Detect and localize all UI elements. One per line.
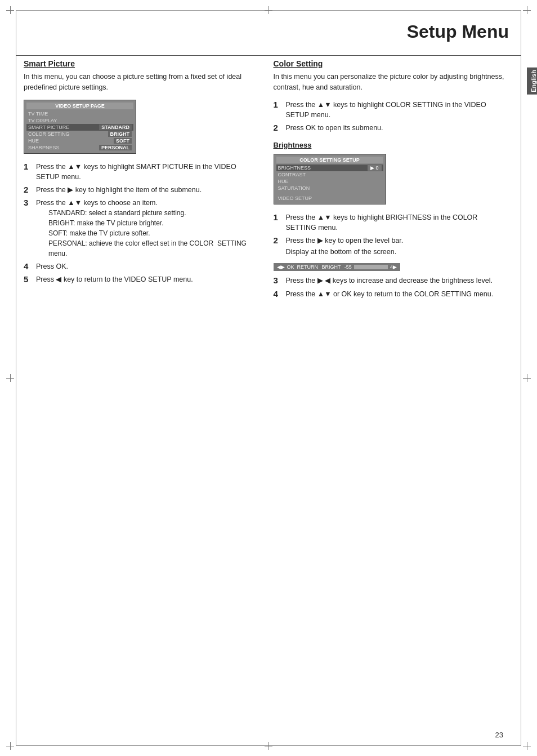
- brightness-step-2: 2 Press the ▶ key to open the level bar.…: [274, 235, 507, 257]
- page-number: 23: [495, 731, 503, 739]
- brightness-title: Brightness: [274, 141, 507, 149]
- smart-picture-steps: 1 Press the ▲▼ keys to highlight SMART P…: [24, 162, 257, 285]
- menu-label-tvtime: TV TIME: [28, 111, 132, 117]
- level-bar: ◀▶ OK RETURN BRIGHT -55 4▶: [274, 263, 400, 271]
- menu-label-smartpicture: SMART PICTURE: [28, 124, 99, 130]
- step-2-text: Press the ▶ key to highlight the item of…: [36, 185, 257, 195]
- smart-picture-title: Smart Picture: [24, 59, 257, 68]
- border-left: [16, 10, 16, 746]
- color-setting-menu-screenshot: COLOR SETTING SETUP BRIGHTNESS ▶ 0 CONTR…: [274, 154, 386, 204]
- step-1-num: 1: [24, 162, 32, 182]
- brightness-step-3: 3 Press the ▶ ◀ keys to increase and dec…: [274, 275, 507, 286]
- brightness-step-4-num: 4: [274, 289, 281, 299]
- color-setting-steps: 1 Press the ▲▼ keys to highlight COLOR S…: [274, 100, 507, 133]
- color-step-2: 2 Press OK to open its submenu.: [274, 123, 507, 133]
- level-bar-note: Display at the bottom of the screen.: [286, 247, 507, 257]
- brightness-step-3-num: 3: [274, 275, 281, 286]
- step-4-text: Press OK.: [36, 261, 257, 272]
- crosshair-top-right: [523, 6, 531, 14]
- menu-value-sharpness: PERSONAL: [99, 145, 132, 150]
- color-menu-label-saturation: SATURATION: [278, 185, 382, 191]
- step-1: 1 Press the ▲▼ keys to highlight SMART P…: [24, 162, 257, 182]
- crosshair-top-left: [6, 6, 14, 14]
- step-5: 5 Press ◀ key to return to the VIDEO SET…: [24, 274, 257, 284]
- brightness-steps-2: 3 Press the ▶ ◀ keys to increase and dec…: [274, 275, 507, 299]
- level-bar-num: 4▶: [390, 264, 397, 270]
- color-step-1: 1 Press the ▲▼ keys to highlight COLOR S…: [274, 100, 507, 120]
- menu-value-smartpicture: STANDARD: [99, 124, 132, 130]
- right-column: Color Setting In this menu you can perso…: [274, 59, 507, 733]
- left-column: Smart Picture In this menu, you can choo…: [24, 59, 257, 733]
- color-menu-row-brightness: BRIGHTNESS ▶ 0: [276, 164, 383, 171]
- menu-row-hue: HUE SOFT: [26, 137, 133, 144]
- level-bar-fill: [354, 265, 388, 269]
- smart-picture-menu-screenshot: VIDEO SETUP PAGE TV TIME TV DISPLAY SMAR…: [24, 100, 136, 154]
- crosshair-bottom-right: [523, 742, 531, 750]
- step-5-num: 5: [24, 274, 32, 284]
- color-menu-value-brightness: ▶ 0: [368, 165, 382, 171]
- menu-row-colorsetting: COLOR SETTING BRIGHT: [26, 131, 133, 137]
- brightness-step-1-num: 1: [274, 212, 281, 233]
- menu-label-sharpness: SHARPNESS: [28, 145, 99, 150]
- brightness-step-1-text: Press the ▲▼ keys to highlight BRIGHTNES…: [286, 212, 507, 233]
- level-bar-value: -55: [344, 264, 352, 270]
- color-menu-label-hue: HUE: [278, 179, 382, 184]
- menu-row-smartpicture: SMART PICTURE STANDARD: [26, 124, 133, 131]
- crosshair-middle-left: [6, 374, 14, 382]
- smart-picture-description: In this menu, you can choose a picture s…: [24, 72, 257, 93]
- step-5-text: Press ◀ key to return to the VIDEO SETUP…: [36, 274, 257, 284]
- level-bar-ok: OK RETURN: [287, 264, 319, 270]
- color-setting-title: Color Setting: [274, 59, 507, 68]
- color-step-2-text: Press OK to open its submenu.: [286, 123, 507, 133]
- step-4: 4 Press OK.: [24, 261, 257, 272]
- menu-row-sharpness: SHARPNESS PERSONAL: [26, 144, 133, 151]
- color-menu-title: COLOR SETTING SETUP: [276, 157, 383, 163]
- color-setting-description: In this menu you can personalize the pic…: [274, 72, 507, 93]
- menu-label-hue: HUE: [28, 138, 114, 144]
- menu-row-tvtime: TV TIME: [26, 110, 133, 117]
- color-menu-row-videosetup: VIDEO SETUP: [276, 195, 383, 202]
- step-3: 3 Press the ▲▼ keys to choose an item. S…: [24, 198, 257, 259]
- level-bar-label: BRIGHT: [320, 264, 342, 270]
- brightness-steps: 1 Press the ▲▼ keys to highlight BRIGHTN…: [274, 212, 507, 257]
- menu-label-tvdisplay: TV DISPLAY: [28, 118, 132, 123]
- page-title: Setup Menu: [407, 21, 509, 42]
- brightness-step-1: 1 Press the ▲▼ keys to highlight BRIGHTN…: [274, 212, 507, 233]
- brightness-step-3-text: Press the ▶ ◀ keys to increase and decre…: [286, 275, 507, 286]
- brightness-step-4-text: Press the ▲▼ or OK key to return to the …: [286, 289, 507, 299]
- step-2-num: 2: [24, 185, 32, 195]
- brightness-step-2-num: 2: [274, 235, 281, 257]
- step-4-num: 4: [24, 261, 32, 272]
- menu-row-tvdisplay: TV DISPLAY: [26, 117, 133, 124]
- color-step-2-num: 2: [274, 123, 281, 133]
- header-divider: [16, 55, 521, 56]
- step-3-substeps: STANDARD: select a standard picture sett…: [48, 208, 257, 259]
- color-menu-label-contrast: CONTRAST: [278, 172, 382, 177]
- color-menu-row-saturation: SATURATION: [276, 185, 383, 192]
- level-bar-arrows: ◀▶: [277, 264, 285, 270]
- menu-label-colorsetting: COLOR SETTING: [28, 131, 108, 137]
- color-menu-label-videosetup: VIDEO SETUP: [278, 195, 382, 201]
- smart-picture-menu-title: VIDEO SETUP PAGE: [26, 103, 133, 109]
- color-step-1-text: Press the ▲▼ keys to highlight COLOR SET…: [286, 100, 507, 120]
- crosshair-bottom-left: [6, 742, 14, 750]
- crosshair-bottom-center: [265, 742, 272, 750]
- color-menu-label-brightness: BRIGHTNESS: [278, 165, 368, 171]
- border-right: [521, 10, 521, 746]
- color-menu-row-hue: HUE: [276, 178, 383, 185]
- crosshair-top-center: [265, 6, 272, 14]
- language-tab: English: [527, 68, 537, 95]
- menu-value-hue: SOFT: [114, 138, 132, 144]
- brightness-step-4: 4 Press the ▲▼ or OK key to return to th…: [274, 289, 507, 299]
- color-step-1-num: 1: [274, 100, 281, 120]
- step-1-text: Press the ▲▼ keys to highlight SMART PIC…: [36, 162, 257, 182]
- step-2: 2 Press the ▶ key to highlight the item …: [24, 185, 257, 195]
- menu-value-colorsetting: BRIGHT: [108, 131, 132, 137]
- main-content: Smart Picture In this menu, you can choo…: [24, 59, 506, 733]
- brightness-step-2-text: Press the ▶ key to open the level bar. D…: [286, 235, 507, 257]
- crosshair-middle-right: [523, 374, 531, 382]
- color-menu-row-contrast: CONTRAST: [276, 171, 383, 178]
- step-3-num: 3: [24, 198, 32, 259]
- step-3-text: Press the ▲▼ keys to choose an item. STA…: [36, 198, 257, 259]
